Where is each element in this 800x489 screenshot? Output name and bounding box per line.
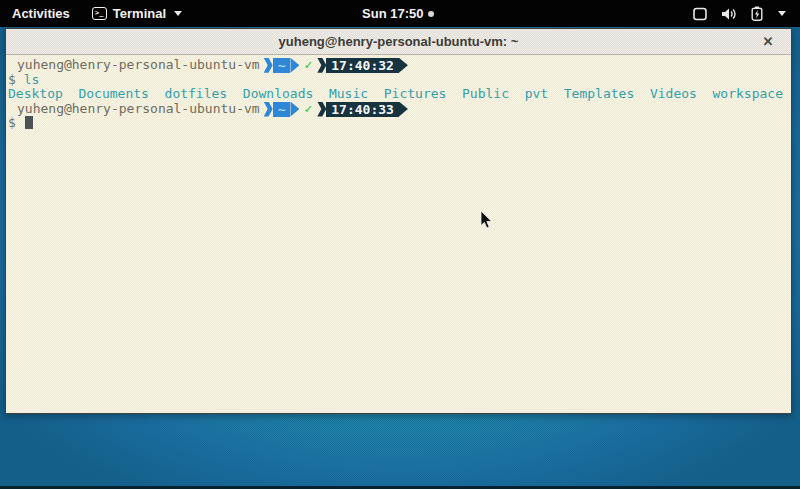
- terminal-window: yuheng@henry-personal-ubuntu-vm: ~ ✕ yuh…: [5, 28, 792, 414]
- desktop-background: yuheng@henry-personal-ubuntu-vm: ~ ✕ yuh…: [0, 27, 800, 489]
- screen-icon: [692, 7, 708, 21]
- powerline-chevron-icon: [317, 102, 326, 117]
- directory-name: Public: [462, 86, 509, 101]
- powerline-arrow-icon: [290, 102, 299, 117]
- powerline-arrow-icon: [399, 102, 408, 117]
- directory-name: Templates: [564, 86, 634, 101]
- directory-name: workspace: [713, 86, 783, 101]
- app-menu-terminal[interactable]: >_ Terminal: [82, 0, 192, 27]
- directory-name: dotfiles: [165, 86, 228, 101]
- status-check-icon: ✓: [302, 102, 314, 117]
- system-status-menu[interactable]: [678, 0, 800, 27]
- powerline-arrow-icon: [290, 58, 299, 73]
- powerline-chevron-icon: [264, 58, 273, 73]
- window-titlebar[interactable]: yuheng@henry-personal-ubuntu-vm: ~ ✕: [6, 29, 791, 55]
- prompt-timestamp: 17:40:33: [326, 102, 399, 117]
- terminal-icon: >_: [92, 7, 107, 20]
- prompt-user-host: yuheng@henry-personal-ubuntu-vm: [17, 58, 260, 73]
- notification-dot-icon: [428, 11, 434, 17]
- chevron-down-icon: [778, 11, 786, 16]
- clock-menu[interactable]: Sun 17:50: [354, 0, 442, 27]
- prompt-line: yuheng@henry-personal-ubuntu-vm ~ ✓ 17:4…: [8, 102, 789, 117]
- powerline-arrow-icon: [399, 58, 408, 73]
- terminal-content[interactable]: yuheng@henry-personal-ubuntu-vm ~ ✓ 17:4…: [6, 55, 791, 414]
- command-text: ls: [24, 72, 40, 87]
- ls-output-row: Desktop Documents dotfiles Downloads Mus…: [8, 87, 789, 102]
- status-check-icon: ✓: [302, 58, 314, 73]
- directory-name: Music: [329, 86, 368, 101]
- terminal-block-cursor: [25, 116, 33, 129]
- powerline-chevron-icon: [264, 102, 273, 117]
- directory-name: Videos: [650, 86, 697, 101]
- battery-charging-icon: [751, 6, 763, 21]
- directory-name: Downloads: [243, 86, 313, 101]
- directory-name: Desktop: [8, 86, 63, 101]
- command-line: $ ls: [8, 73, 789, 88]
- app-menu-label: Terminal: [113, 6, 166, 21]
- directory-name: pvt: [525, 86, 548, 101]
- volume-icon: [721, 7, 738, 21]
- directory-name: Documents: [78, 86, 148, 101]
- clock-label: Sun 17:50: [362, 6, 423, 21]
- activities-button[interactable]: Activities: [0, 0, 82, 27]
- prompt-timestamp: 17:40:32: [326, 58, 399, 73]
- prompt-path: ~: [273, 102, 291, 117]
- shell-prompt-symbol: $: [8, 115, 16, 130]
- prompt-path: ~: [273, 58, 291, 73]
- directory-name: Pictures: [384, 86, 447, 101]
- close-button[interactable]: ✕: [757, 29, 779, 54]
- powerline-chevron-icon: [317, 58, 326, 73]
- current-input-line: $: [8, 116, 789, 131]
- window-title: yuheng@henry-personal-ubuntu-vm: ~: [279, 34, 519, 49]
- chevron-down-icon: [174, 11, 182, 16]
- prompt-line: yuheng@henry-personal-ubuntu-vm ~ ✓ 17:4…: [8, 58, 789, 73]
- top-bar: Activities >_ Terminal Sun 17:50: [0, 0, 800, 27]
- prompt-user-host: yuheng@henry-personal-ubuntu-vm: [17, 102, 260, 117]
- shell-prompt-symbol: $: [8, 72, 16, 87]
